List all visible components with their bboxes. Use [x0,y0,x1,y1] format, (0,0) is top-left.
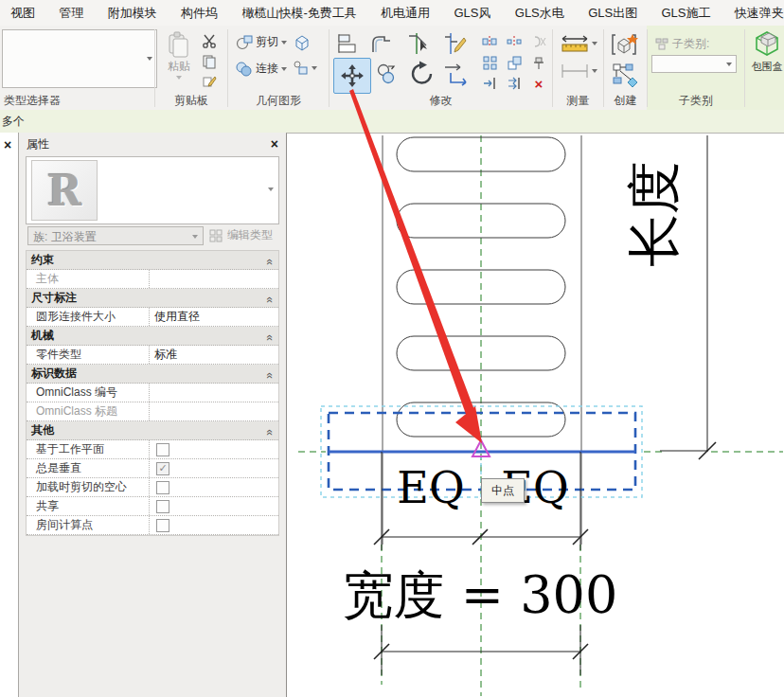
family-selector-dropdown[interactable]: 族: 卫浴装置 [27,226,204,245]
panel-label-modify: 修改 [330,91,552,110]
trim-extend-corner-button[interactable] [405,31,434,56]
align-icon [336,33,359,54]
property-value[interactable] [150,384,278,402]
cope-button[interactable] [290,60,319,77]
ruler-icon [561,34,589,53]
mirror-button[interactable] [441,60,472,88]
properties-panel: 属性 × R 族: 卫浴装置 编辑类型 约束 « 主体 尺 [19,133,286,697]
chevron-down-icon [176,76,182,80]
collapse-chevron-icon[interactable]: « [260,259,278,265]
tab-gls-water-elec[interactable]: GLS水电 [505,0,575,26]
component-button[interactable] [608,31,642,58]
unjoin-button-disabled [528,32,549,51]
close-icon[interactable]: × [271,137,278,151]
properties-title-bar[interactable]: 属性 × [19,134,286,153]
offset-icon [371,33,396,54]
dimension-icon [561,63,589,80]
property-value[interactable] [150,402,278,420]
midpoint-snap-tooltip: 中点 [481,478,525,503]
measure-button[interactable] [559,33,599,54]
checkbox-work-plane-based[interactable] [156,443,169,456]
tab-gls-drawing[interactable]: GLS出图 [578,0,648,26]
type-selector-dropdown[interactable] [2,29,157,88]
collapse-chevron-icon[interactable]: « [260,372,278,379]
property-group-header[interactable]: 约束 « [27,251,278,270]
property-group-header[interactable]: 机械 « [27,327,278,346]
collapse-chevron-icon[interactable]: « [260,296,278,303]
tab-view[interactable]: 视图 [0,0,45,26]
join-geometry-button[interactable]: 连接 [234,60,289,78]
checkbox-shared[interactable] [156,500,169,513]
bounding-box-button[interactable]: 包围盒 [746,28,784,89]
split-element-button[interactable] [479,32,500,51]
move-button-active[interactable] [333,58,371,94]
revit-r-logo: R [47,167,82,215]
scale-button[interactable] [504,53,525,72]
checkbox-cut-with-voids[interactable] [156,481,169,494]
property-value[interactable]: 标准 [150,346,278,364]
property-group-header[interactable]: 标识数据 « [27,365,278,384]
cut-to-clipboard-button[interactable] [199,31,220,50]
property-value[interactable]: 使用直径 [150,308,278,326]
edit-type-button[interactable]: 编辑类型 [209,227,273,243]
create-similar-button[interactable] [610,62,642,88]
options-bar-mode-label: 多个 [2,110,25,133]
show-hidden-edges-button[interactable] [292,33,312,52]
dimension-button[interactable] [559,62,599,80]
rotate-icon [409,61,436,87]
unjoin-icon [531,35,546,48]
panel-label-measure: 测量 [553,91,603,110]
align-button[interactable] [333,31,362,56]
trim-extend-single-button[interactable] [441,31,470,56]
match-type-button[interactable] [199,73,220,92]
split-with-gap-button[interactable] [504,32,525,51]
paste-button[interactable]: 粘贴 [157,30,201,91]
offset-button[interactable] [369,31,398,56]
align-multi-icon [508,77,522,90]
collapse-chevron-icon[interactable]: « [260,429,278,436]
copy-to-clipboard-button[interactable] [199,52,220,71]
collapse-chevron-icon[interactable]: « [260,334,278,341]
tab-addins[interactable]: 附加模块 [98,0,168,26]
property-row: 房间计算点 [27,516,278,535]
drawing-area[interactable]: 长度 EQ EQ 宽度 = 300 中点 [286,133,784,697]
property-row: 总是垂直 ✓ [27,459,278,478]
tab-mep-general[interactable]: 机电通用 [370,0,440,26]
array-button[interactable] [479,53,500,72]
tab-gls-construction[interactable]: GLS施工 [650,0,721,26]
array-icon [483,56,497,70]
component-icon [610,32,640,57]
property-group-header[interactable]: 其他 « [27,421,278,440]
property-group-header[interactable]: 尺寸标注 « [27,289,278,308]
move-icon [340,63,365,88]
length-dimension-label[interactable]: 长度 [620,148,688,280]
property-row: OmniClass 编号 [27,384,278,402]
checkbox-always-vertical[interactable]: ✓ [156,462,169,475]
close-icon[interactable]: × [4,138,11,152]
copy-modify-button[interactable] [373,60,401,88]
tab-quick-clip[interactable]: 快速弹夹 [724,0,784,26]
property-row: 主体 [27,270,278,289]
chevron-down-icon[interactable] [268,188,274,191]
align-multiple-button[interactable] [504,74,525,93]
width-dimension-label[interactable]: 宽度 = 300 [310,562,650,631]
chevron-down-icon [592,69,597,73]
tab-olive-mountain[interactable]: 橄榄山快模-免费工具 [231,0,366,26]
tab-gls-wind[interactable]: GLS风 [443,0,501,26]
tab-manage[interactable]: 管理 [48,0,94,26]
tab-component-dock[interactable]: 构件坞 [170,0,228,26]
delete-button[interactable]: × [528,74,549,93]
options-bar: 多个 [0,110,784,134]
type-preview[interactable]: R [26,156,279,224]
eq-label-left[interactable]: EQ [393,462,469,513]
property-value[interactable] [150,270,278,288]
rotate-button[interactable] [407,60,437,88]
pin-button[interactable] [528,53,549,72]
checkbox-room-calc-point[interactable] [156,519,169,532]
panel-label-clipboard: 剪贴板 [155,91,227,110]
cut-geometry-button[interactable]: 剪切 [234,33,289,51]
subcategory-dropdown[interactable] [651,55,737,73]
split-gap-icon [507,35,522,48]
align-to-end-button[interactable] [479,74,500,93]
slot-outline[interactable] [397,137,565,171]
